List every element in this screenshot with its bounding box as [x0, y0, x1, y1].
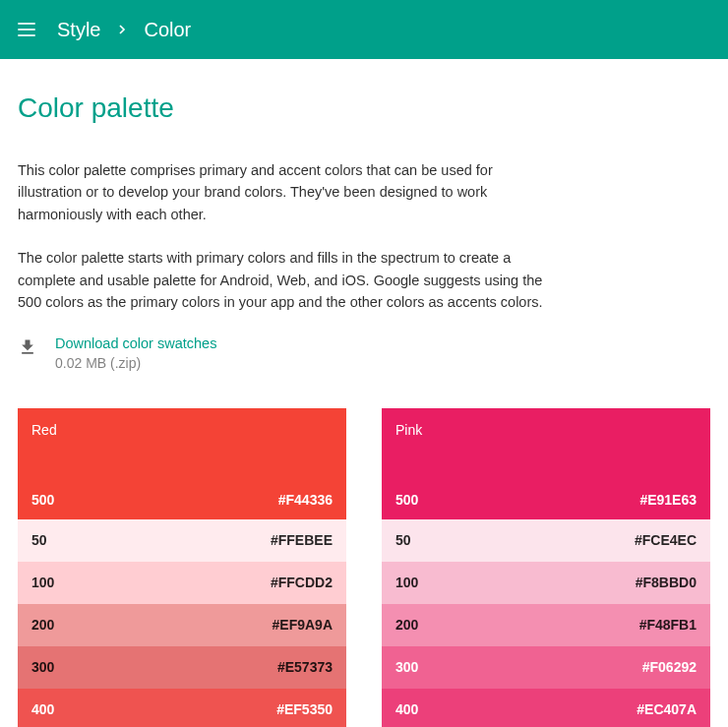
- swatch-row: 50#FCE4EC: [382, 519, 710, 562]
- swatch-hex: #EC407A: [637, 701, 697, 717]
- swatch-label: 400: [395, 701, 418, 717]
- swatch-label: 300: [31, 659, 54, 675]
- swatch-hex: #F8BBD0: [636, 575, 697, 590]
- swatch-hex: #FCE4EC: [635, 532, 697, 548]
- section-title: Color palette: [18, 92, 710, 124]
- swatch-hex: #EF9A9A: [273, 617, 333, 633]
- intro-paragraph-2: The color palette starts with primary co…: [18, 247, 549, 313]
- palette-header-shade: 500: [395, 492, 418, 508]
- swatch-row: 400#EF5350: [18, 689, 346, 727]
- palette-header-hex: #F44336: [278, 492, 333, 508]
- swatch-row: 100#FFCDD2: [18, 562, 346, 604]
- swatch-hex: #F06292: [642, 659, 697, 675]
- download-icon: [18, 337, 37, 357]
- swatch-row: 200#F48FB1: [382, 604, 710, 646]
- swatch-hex: #FFCDD2: [271, 575, 333, 590]
- breadcrumb: Style Color: [57, 19, 191, 41]
- palette-grid: Red 500 #F44336 50#FFEBEE100#FFCDD2200#E…: [18, 408, 710, 727]
- page-content: Color palette This color palette compris…: [0, 59, 728, 727]
- palette-name: Pink: [395, 422, 697, 438]
- swatch-label: 400: [31, 701, 54, 717]
- intro-paragraph-1: This color palette comprises primary and…: [18, 159, 549, 225]
- swatch-list: 50#FFEBEE100#FFCDD2200#EF9A9A300#E573734…: [18, 519, 346, 727]
- swatch-hex: #F48FB1: [639, 617, 697, 633]
- swatch-hex: #FFEBEE: [271, 532, 333, 548]
- swatch-row: 300#E57373: [18, 646, 346, 689]
- swatch-label: 200: [31, 617, 54, 633]
- palette-card-red: Red 500 #F44336 50#FFEBEE100#FFCDD2200#E…: [18, 408, 346, 727]
- palette-name: Red: [31, 422, 333, 438]
- download-meta: 0.02 MB (.zip): [55, 355, 216, 371]
- swatch-label: 300: [395, 659, 418, 675]
- swatch-label: 200: [395, 617, 418, 633]
- download-link[interactable]: Download color swatches: [55, 335, 216, 351]
- swatch-label: 50: [395, 532, 411, 548]
- swatch-hex: #E57373: [277, 659, 333, 675]
- palette-card-pink: Pink 500 #E91E63 50#FCE4EC100#F8BBD0200#…: [382, 408, 710, 727]
- palette-header-shade: 500: [31, 492, 54, 508]
- swatch-label: 50: [31, 532, 47, 548]
- menu-icon[interactable]: [18, 18, 41, 41]
- swatch-hex: #EF5350: [276, 701, 333, 717]
- swatch-row: 100#F8BBD0: [382, 562, 710, 604]
- chevron-right-icon: [114, 22, 130, 37]
- download-row: Download color swatches 0.02 MB (.zip): [18, 335, 710, 371]
- swatch-row: 400#EC407A: [382, 689, 710, 727]
- swatch-row: 50#FFEBEE: [18, 519, 346, 562]
- palette-header: Pink 500 #E91E63: [382, 408, 710, 519]
- palette-header: Red 500 #F44336: [18, 408, 346, 519]
- swatch-list: 50#FCE4EC100#F8BBD0200#F48FB1300#F062924…: [382, 519, 710, 727]
- swatch-row: 200#EF9A9A: [18, 604, 346, 646]
- swatch-row: 300#F06292: [382, 646, 710, 689]
- swatch-label: 100: [395, 575, 418, 590]
- appbar: Style Color: [0, 0, 728, 59]
- palette-header-hex: #E91E63: [639, 492, 697, 508]
- breadcrumb-style[interactable]: Style: [57, 19, 100, 41]
- swatch-label: 100: [31, 575, 54, 590]
- breadcrumb-color[interactable]: Color: [144, 19, 191, 41]
